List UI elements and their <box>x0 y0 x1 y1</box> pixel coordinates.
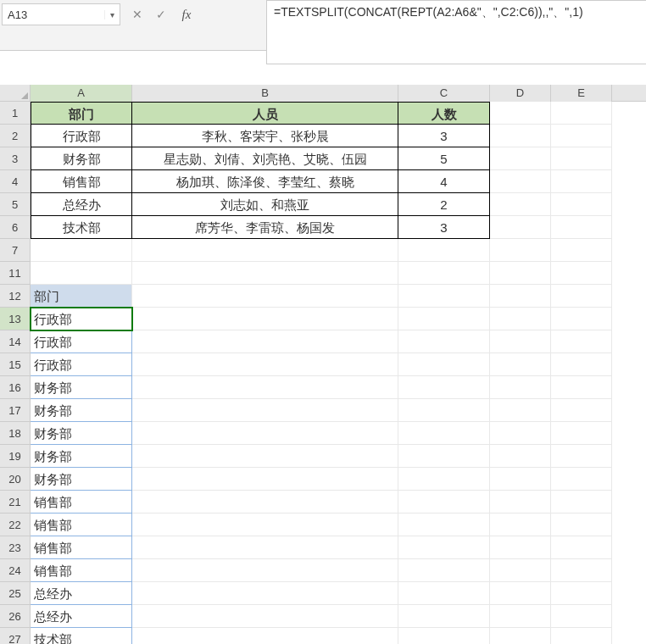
cell-C18[interactable] <box>398 422 490 445</box>
cell-A24[interactable]: 销售部 <box>31 559 132 582</box>
cell-A16[interactable]: 财务部 <box>31 376 132 399</box>
cell-B7[interactable] <box>132 239 398 262</box>
row-header[interactable]: 18 <box>0 422 31 445</box>
cell-C13[interactable] <box>398 308 490 330</box>
cell-D22[interactable] <box>490 514 551 536</box>
cell-E21[interactable] <box>551 491 612 514</box>
cell-D21[interactable] <box>490 491 551 514</box>
cell-A25[interactable]: 总经办 <box>31 582 132 605</box>
cell-E20[interactable] <box>551 468 612 491</box>
cell-D16[interactable] <box>490 376 551 399</box>
row-header[interactable]: 13 <box>0 308 31 330</box>
cell-A21[interactable]: 销售部 <box>31 491 132 514</box>
cell-B23[interactable] <box>132 536 398 559</box>
cell-E3[interactable] <box>551 147 612 170</box>
cell-A7[interactable] <box>31 239 132 262</box>
cell-D25[interactable] <box>490 582 551 605</box>
row-header[interactable]: 20 <box>0 468 31 491</box>
fx-icon[interactable]: fx <box>176 8 197 22</box>
row-header[interactable]: 5 <box>0 193 31 216</box>
cell-C17[interactable] <box>398 399 490 422</box>
cell-C19[interactable] <box>398 445 490 468</box>
cell-E11[interactable] <box>551 262 612 285</box>
row-header[interactable]: 6 <box>0 216 31 239</box>
cell-E2[interactable] <box>551 125 612 147</box>
cell-D7[interactable] <box>490 239 551 262</box>
cell-D2[interactable] <box>490 125 551 147</box>
cell-E27[interactable] <box>551 628 612 644</box>
cell-E16[interactable] <box>551 376 612 399</box>
cell-B12[interactable] <box>132 285 398 308</box>
row-header[interactable]: 3 <box>0 147 31 170</box>
cell-E17[interactable] <box>551 399 612 422</box>
cell-D23[interactable] <box>490 536 551 559</box>
row-header[interactable]: 22 <box>0 514 31 536</box>
cell-A1[interactable]: 部门 <box>31 102 132 125</box>
cell-B2[interactable]: 李秋、客荣宇、张秒晨 <box>132 125 398 147</box>
cell-D4[interactable] <box>490 170 551 193</box>
cell-A13[interactable]: 行政部 <box>31 308 132 330</box>
cell-D27[interactable] <box>490 628 551 644</box>
cell-B11[interactable] <box>132 262 398 285</box>
row-header[interactable]: 15 <box>0 353 31 376</box>
cell-E25[interactable] <box>551 582 612 605</box>
cell-A22[interactable]: 销售部 <box>31 514 132 536</box>
row-header[interactable]: 23 <box>0 536 31 559</box>
cell-C16[interactable] <box>398 376 490 399</box>
col-header-C[interactable]: C <box>398 85 490 102</box>
cell-C14[interactable] <box>398 330 490 353</box>
row-header[interactable]: 24 <box>0 559 31 582</box>
cell-D19[interactable] <box>490 445 551 468</box>
cell-C25[interactable] <box>398 582 490 605</box>
cell-D18[interactable] <box>490 422 551 445</box>
cell-E14[interactable] <box>551 330 612 353</box>
cell-C26[interactable] <box>398 605 490 628</box>
row-header[interactable]: 2 <box>0 125 31 147</box>
cell-C27[interactable] <box>398 628 490 644</box>
cell-A15[interactable]: 行政部 <box>31 353 132 376</box>
cell-B18[interactable] <box>132 422 398 445</box>
col-header-D[interactable]: D <box>490 85 551 102</box>
cell-C6[interactable]: 3 <box>398 216 490 239</box>
cell-D17[interactable] <box>490 399 551 422</box>
cell-C11[interactable] <box>398 262 490 285</box>
cell-D11[interactable] <box>490 262 551 285</box>
cell-C4[interactable]: 4 <box>398 170 490 193</box>
cell-B24[interactable] <box>132 559 398 582</box>
cell-E4[interactable] <box>551 170 612 193</box>
cell-E12[interactable] <box>551 285 612 308</box>
cell-B26[interactable] <box>132 605 398 628</box>
cell-E23[interactable] <box>551 536 612 559</box>
cell-E6[interactable] <box>551 216 612 239</box>
cell-B14[interactable] <box>132 330 398 353</box>
cell-D6[interactable] <box>490 216 551 239</box>
cell-C3[interactable]: 5 <box>398 147 490 170</box>
cell-D13[interactable] <box>490 308 551 330</box>
cell-E15[interactable] <box>551 353 612 376</box>
cell-C23[interactable] <box>398 536 490 559</box>
cell-B19[interactable] <box>132 445 398 468</box>
cell-A17[interactable]: 财务部 <box>31 399 132 422</box>
select-all-corner[interactable] <box>0 85 31 102</box>
row-header[interactable]: 21 <box>0 491 31 514</box>
spreadsheet-grid[interactable]: A B C D E 1 部门 人员 人数 2 行政部 李秋、客荣宇、张秒晨 3 … <box>0 85 646 644</box>
cell-B6[interactable]: 席芳华、李雷琼、杨国发 <box>132 216 398 239</box>
row-header[interactable]: 11 <box>0 262 31 285</box>
cell-B20[interactable] <box>132 468 398 491</box>
cell-A14[interactable]: 行政部 <box>31 330 132 353</box>
cell-B1[interactable]: 人员 <box>132 102 398 125</box>
cell-D3[interactable] <box>490 147 551 170</box>
cell-E5[interactable] <box>551 193 612 216</box>
cell-D20[interactable] <box>490 468 551 491</box>
cell-A2[interactable]: 行政部 <box>31 125 132 147</box>
cell-A11[interactable] <box>31 262 132 285</box>
cell-A19[interactable]: 财务部 <box>31 445 132 468</box>
cell-D24[interactable] <box>490 559 551 582</box>
col-header-B[interactable]: B <box>132 85 398 102</box>
cell-A27[interactable]: 技术部 <box>31 628 132 644</box>
formula-input[interactable]: =TEXTSPLIT(CONCAT(REPT(A2:A6&"、",C2:C6))… <box>266 0 646 64</box>
cell-E13[interactable] <box>551 308 612 330</box>
cell-D12[interactable] <box>490 285 551 308</box>
cell-E19[interactable] <box>551 445 612 468</box>
cell-B22[interactable] <box>132 514 398 536</box>
